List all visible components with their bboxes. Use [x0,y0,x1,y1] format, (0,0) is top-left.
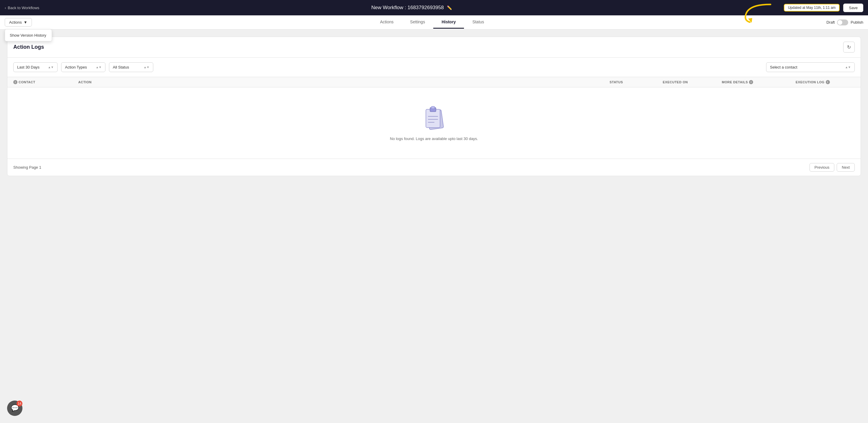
chat-bubble[interactable]: 💬 14 [7,400,23,416]
date-range-chevron: ▲▼ [48,66,54,69]
date-range-label: Last 30 Days [17,65,39,69]
actions-dropdown-chevron: ▼ [24,20,28,25]
th-action: ACTION [78,80,610,84]
tab-actions[interactable]: Actions [372,16,402,29]
workflow-title-area: New Workflow : 1683792693958 ✏️ [39,5,784,11]
select-contact-chevron: ▲▼ [845,66,851,69]
logs-header: Action Logs ↻ [7,37,861,58]
updated-badge: Updated at May 11th, 1:11 am [784,4,840,11]
action-types-label: Action Types [65,65,87,69]
save-button[interactable]: Save [843,4,863,12]
select-contact-label: Select a contact [770,65,798,69]
top-right-area: Updated at May 11th, 1:11 am Save [784,4,863,12]
workflow-title: New Workflow : 1683792693958 [371,5,443,11]
page-info: Showing Page 1 [13,165,41,170]
select-contact-filter[interactable]: Select a contact ▲▼ [766,62,855,72]
empty-clipboard-icon [422,105,446,132]
refresh-button[interactable]: ↻ [843,42,855,53]
th-more-details: MORE DETAILS i [722,80,796,84]
tab-settings[interactable]: Settings [402,16,434,29]
actions-dropdown-button[interactable]: Actions ▼ [5,18,32,27]
logs-title: Action Logs [13,44,44,50]
empty-message: No logs found. Logs are available upto l… [390,137,478,141]
svg-rect-2 [426,109,440,128]
date-range-filter[interactable]: Last 30 Days ▲▼ [13,62,58,72]
all-status-chevron: ▲▼ [144,66,150,69]
th-executed-on: EXECUTED ON [663,80,722,84]
draft-publish-toggle-switch[interactable] [837,20,848,25]
previous-button[interactable]: Previous [809,163,835,172]
th-execution-log: EXECUTION LOG i [796,80,855,84]
actions-dropdown-popup: Show Version History [5,29,52,41]
contact-info-icon: i [13,80,18,84]
tab-history[interactable]: History [433,16,464,29]
all-status-label: All Status [113,65,129,69]
tabs-center: Actions Settings History Status [38,16,827,29]
toggle-knob [838,20,842,25]
main-content: Action Logs ↻ Last 30 Days ▲▼ Action Typ… [0,30,868,423]
all-status-filter[interactable]: All Status ▲▼ [109,62,153,72]
tab-bar: Actions ▼ Show Version History Actions S… [0,16,868,30]
draft-label: Draft [826,20,835,25]
back-label: Back to Workflows [8,6,39,10]
action-types-filter[interactable]: Action Types ▲▼ [61,62,105,72]
edit-icon[interactable]: ✏️ [447,5,452,10]
pagination-buttons: Previous Next [809,163,855,172]
th-status: STATUS [610,80,663,84]
filters-row: Last 30 Days ▲▼ Action Types ▲▼ All Stat… [7,58,861,77]
pagination-row: Showing Page 1 Previous Next [7,159,861,176]
top-nav: ‹ Back to Workflows New Workflow : 16837… [0,0,868,16]
next-button[interactable]: Next [837,163,855,172]
action-types-chevron: ▲▼ [96,66,102,69]
back-to-workflows-link[interactable]: ‹ Back to Workflows [5,6,39,10]
tab-status[interactable]: Status [464,16,492,29]
table-header: i CONTACT ACTION STATUS EXECUTED ON MORE… [7,77,861,87]
execution-log-info-icon: i [826,80,830,84]
logs-card: Action Logs ↻ Last 30 Days ▲▼ Action Typ… [7,37,861,176]
show-version-history-item[interactable]: Show Version History [5,30,52,41]
actions-dropdown-label: Actions [9,20,22,25]
svg-rect-4 [431,107,435,109]
draft-publish-toggle: Draft Publish [826,20,863,25]
chat-badge: 14 [17,400,23,406]
empty-state: No logs found. Logs are available upto l… [7,87,861,159]
chevron-left-icon: ‹ [5,6,6,10]
th-contact: i CONTACT [13,80,78,84]
publish-label: Publish [850,20,863,25]
more-details-info-icon: i [749,80,753,84]
